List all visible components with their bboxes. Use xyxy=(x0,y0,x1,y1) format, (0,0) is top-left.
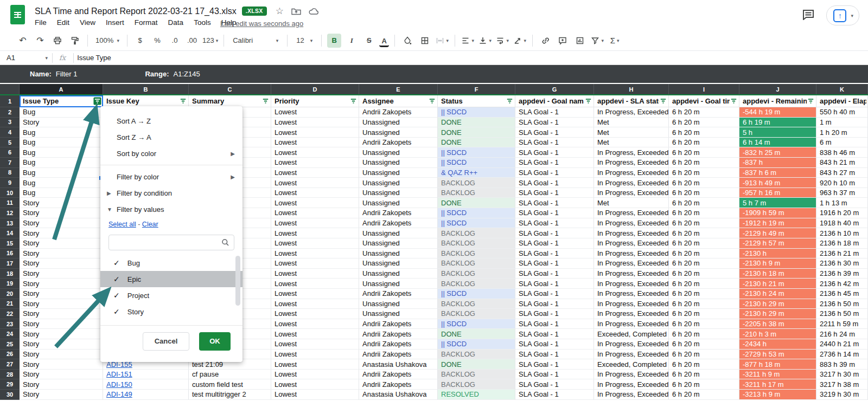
row-number[interactable]: 9 xyxy=(0,178,20,188)
cell-issue-type[interactable]: Story xyxy=(20,258,103,269)
row-number[interactable]: 27 xyxy=(0,359,20,370)
text-color-button[interactable]: A xyxy=(379,36,389,47)
cell-assignee[interactable]: Unassigned xyxy=(359,127,438,138)
cell-status[interactable]: DONE xyxy=(438,118,515,128)
cell-goal-time[interactable]: 6 h 20 m xyxy=(669,269,739,279)
cell-goal-time[interactable]: 6 h 20 m xyxy=(669,168,739,178)
cell-assignee[interactable]: Andrii Zakopets xyxy=(359,379,438,390)
cell-status[interactable]: BACKLOG xyxy=(438,249,515,259)
cell-remaining[interactable]: -2434 h xyxy=(739,339,816,350)
cell-priority[interactable]: Lowest xyxy=(271,208,359,218)
cell-sla-status[interactable]: Met xyxy=(594,127,669,138)
cell-status[interactable]: || SDCD xyxy=(438,319,515,329)
cell-goal-name[interactable]: SLA Goal - 1 xyxy=(515,228,594,238)
menu-insert[interactable]: Insert xyxy=(106,18,124,27)
cell-sla-status[interactable]: In Progress, Exceeded xyxy=(594,309,669,319)
filter-value-bug[interactable]: ✓Bug xyxy=(100,255,242,271)
clear-link[interactable]: Clear xyxy=(142,221,158,228)
cell-elapsed[interactable]: 2136 h 42 m xyxy=(816,279,868,289)
cell-assignee[interactable]: Unassigned xyxy=(359,118,438,128)
column-header-a[interactable]: A xyxy=(20,84,103,94)
insert-chart-button[interactable] xyxy=(573,34,587,48)
cell-assignee[interactable]: Andrii Zakopets xyxy=(359,319,438,329)
cell-sla-status[interactable]: In Progress, Exceeded xyxy=(594,238,669,249)
cell-remaining[interactable]: -957 h 16 m xyxy=(739,188,816,198)
merge-cells-button[interactable]: ▾ xyxy=(435,34,449,48)
cell-issue-type[interactable]: Bug xyxy=(20,158,103,168)
cell-priority[interactable]: Lowest xyxy=(271,390,359,400)
cell-remaining[interactable]: -837 h xyxy=(739,158,816,168)
row-number[interactable]: 4 xyxy=(0,127,20,138)
filter-funnel-icon[interactable] xyxy=(428,97,436,105)
cell-remaining[interactable]: -832 h 25 m xyxy=(739,147,816,158)
cell-status[interactable]: RESOLVED xyxy=(438,390,515,400)
cell-remaining[interactable]: -3211 h 9 m xyxy=(739,370,816,380)
cell-goal-time[interactable]: 6 h 20 m xyxy=(669,350,739,360)
row-number[interactable]: 25 xyxy=(0,339,20,350)
cell-status[interactable]: || SDCD xyxy=(438,218,515,229)
issue-key-link[interactable]: ADI-150 xyxy=(106,380,132,389)
cell-sla-status[interactable]: In Progress, Exceeded xyxy=(594,379,669,390)
cell-goal-name[interactable]: SLA Goal - 1 xyxy=(515,158,594,168)
cell-status[interactable]: DONE xyxy=(438,198,515,208)
name-box-caret-icon[interactable]: ▾ xyxy=(45,55,48,61)
cell-elapsed[interactable]: 1 h 20 m xyxy=(816,127,868,138)
cell-priority[interactable]: Lowest xyxy=(271,127,359,138)
cell-elapsed[interactable]: 2440 h 21 m xyxy=(816,339,868,350)
borders-button[interactable] xyxy=(418,34,432,48)
column-title-cell[interactable]: Status xyxy=(438,95,515,107)
cell-sla-status[interactable]: In Progress, Exceeded xyxy=(594,208,669,218)
cell-sla-status[interactable]: In Progress, Exceeded xyxy=(594,279,669,289)
cell-issue-type[interactable]: Bug xyxy=(20,127,103,138)
more-formats-button[interactable]: 123▾ xyxy=(202,34,218,48)
cell-elapsed[interactable]: 2736 h 14 m xyxy=(816,350,868,360)
cell-goal-time[interactable]: 6 h 20 m xyxy=(669,208,739,218)
cell-goal-name[interactable]: SLA Goal - 1 xyxy=(515,379,594,390)
cell-priority[interactable]: Lowest xyxy=(271,249,359,259)
format-currency-button[interactable]: $ xyxy=(133,34,147,48)
cell-priority[interactable]: Lowest xyxy=(271,299,359,309)
cell-elapsed[interactable]: 550 h 40 m xyxy=(816,107,868,118)
document-title[interactable]: SLA Time and Report Report 2022-03-21 17… xyxy=(35,7,237,16)
cell-remaining[interactable]: -2205 h 38 m xyxy=(739,319,816,329)
cell-assignee[interactable]: Unassigned xyxy=(359,258,438,269)
menu-tools[interactable]: Tools xyxy=(194,18,211,27)
row-number[interactable]: 19 xyxy=(0,279,20,289)
cell-assignee[interactable]: Andrii Zakopets xyxy=(359,208,438,218)
menu-format[interactable]: Format xyxy=(135,18,158,27)
cell-issue-type[interactable]: Story xyxy=(20,390,103,400)
filter-name-value[interactable]: Filter 1 xyxy=(56,70,78,78)
cell-goal-name[interactable]: SLA Goal - 1 xyxy=(515,168,594,178)
cell-elapsed[interactable]: 883 h 39 m xyxy=(816,359,868,370)
cell-remaining[interactable]: 6 h 14 m xyxy=(739,138,816,148)
cell-priority[interactable]: Lowest xyxy=(271,218,359,229)
row-number[interactable]: 28 xyxy=(0,370,20,380)
cell-remaining[interactable]: -544 h 19 m xyxy=(739,107,816,118)
column-header-j[interactable]: J xyxy=(739,84,816,94)
column-title-cell[interactable]: Assignee xyxy=(359,95,438,107)
cell-status[interactable]: DONE xyxy=(438,359,515,370)
insert-link-button[interactable] xyxy=(538,34,552,48)
cell-assignee[interactable]: Andrii Zakopets xyxy=(359,107,438,118)
cell-remaining[interactable]: -2130 h 21 m xyxy=(739,279,816,289)
cell-goal-time[interactable]: 6 h 20 m xyxy=(669,379,739,390)
cell-elapsed[interactable]: 2136 h 18 m xyxy=(816,238,868,249)
cell-elapsed[interactable]: 843 h 21 m xyxy=(816,158,868,168)
vertical-align-button[interactable]: ▾ xyxy=(478,34,492,48)
cell-goal-name[interactable]: SLA Goal - 1 xyxy=(515,390,594,400)
row-number[interactable]: 7 xyxy=(0,158,20,168)
cell-issue-type[interactable]: Bug xyxy=(20,178,103,188)
cell-sla-status[interactable]: In Progress, Exceeded xyxy=(594,228,669,238)
column-title-cell[interactable]: appdevi - Elaps xyxy=(816,95,868,107)
cell-elapsed[interactable]: 920 h 10 m xyxy=(816,178,868,188)
filter-funnel-icon[interactable] xyxy=(261,97,270,105)
cell-sla-status[interactable]: Met xyxy=(594,118,669,128)
cell-goal-time[interactable]: 6 h 20 m xyxy=(669,329,739,339)
column-header-k[interactable]: K xyxy=(816,84,868,94)
filter-funnel-icon[interactable] xyxy=(506,97,514,105)
cell-issue-type[interactable]: Story xyxy=(20,238,103,249)
cell-issue-type[interactable]: Story xyxy=(20,350,103,360)
cell-status[interactable]: BACKLOG xyxy=(438,350,515,360)
column-title-cell[interactable]: appdevi - Goal time xyxy=(669,95,739,107)
column-title-cell[interactable]: appdevi - Remainin xyxy=(739,95,816,107)
